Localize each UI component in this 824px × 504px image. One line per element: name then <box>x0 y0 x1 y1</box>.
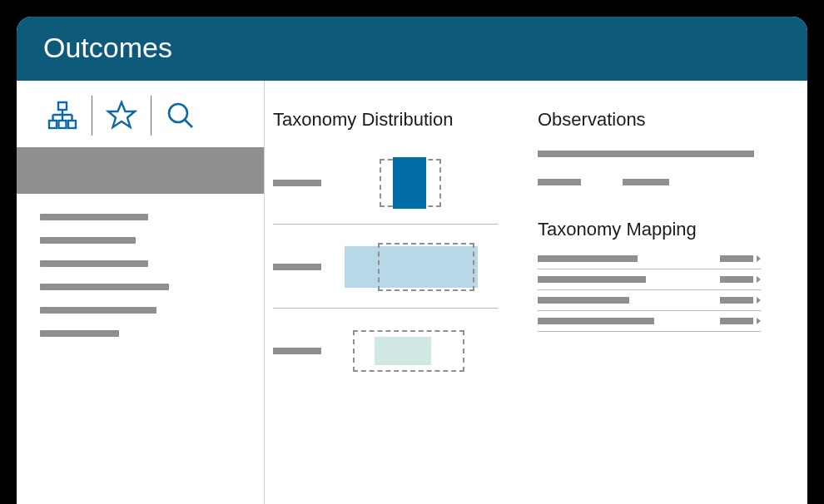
right-column: Observations Taxonomy Mapping <box>523 109 807 504</box>
observation-text-line <box>538 179 782 185</box>
list-item[interactable] <box>40 260 148 267</box>
distribution-chart <box>345 327 478 375</box>
svg-rect-1 <box>49 121 57 128</box>
main-content: Taxonomy Distribution <box>265 81 807 504</box>
divider <box>273 224 498 225</box>
sidebar-selected-item[interactable] <box>17 147 264 194</box>
bar-dark <box>393 157 426 209</box>
divider <box>273 308 498 309</box>
section-title-mapping: Taxonomy Mapping <box>538 219 782 240</box>
text-segment <box>623 179 669 185</box>
list-item[interactable] <box>40 237 136 244</box>
list-item[interactable] <box>40 307 156 314</box>
page-title: Outcomes <box>43 32 172 63</box>
titlebar: Outcomes <box>17 17 807 81</box>
svg-rect-0 <box>58 102 67 110</box>
mapping-row[interactable] <box>538 290 761 311</box>
value-bar <box>720 276 753 283</box>
mapping-row[interactable] <box>538 249 761 269</box>
section-title-observations: Observations <box>538 109 782 131</box>
bar-light <box>375 337 431 365</box>
distribution-row <box>273 235 523 304</box>
chevron-right-icon <box>757 255 761 262</box>
mapping-label <box>538 255 638 262</box>
observations-section: Observations <box>538 109 782 185</box>
value-bar <box>720 255 753 262</box>
app-window: Outcomes <box>17 17 807 504</box>
svg-rect-3 <box>68 121 76 128</box>
tab-search[interactable] <box>151 100 210 131</box>
distribution-label <box>273 348 321 354</box>
chevron-right-icon <box>757 318 761 324</box>
sidebar-tabs <box>17 81 264 147</box>
mapping-row[interactable] <box>538 311 761 332</box>
tab-hierarchy[interactable] <box>33 100 92 131</box>
sidebar <box>17 81 265 504</box>
mapping-label <box>538 297 629 304</box>
distribution-row <box>273 319 523 388</box>
distribution-label <box>273 264 321 270</box>
value-bar <box>720 297 753 304</box>
search-icon <box>165 100 196 131</box>
distribution-label <box>273 180 321 186</box>
star-icon <box>105 99 138 132</box>
section-title-distribution: Taxonomy Distribution <box>273 109 523 131</box>
distribution-row <box>273 151 523 220</box>
mapping-label <box>538 276 646 283</box>
value-bar <box>720 318 753 324</box>
svg-marker-9 <box>108 102 135 127</box>
list-item[interactable] <box>40 330 119 337</box>
list-item[interactable] <box>40 284 169 290</box>
text-segment <box>538 179 581 185</box>
taxonomy-mapping-section: Taxonomy Mapping <box>538 219 782 332</box>
sidebar-list <box>17 194 264 373</box>
hierarchy-icon <box>47 100 78 131</box>
taxonomy-distribution-section: Taxonomy Distribution <box>265 109 523 504</box>
svg-rect-2 <box>59 121 67 128</box>
mapping-value <box>720 255 761 262</box>
observation-text-line <box>538 151 754 157</box>
mapping-value <box>720 276 761 283</box>
mapping-label <box>538 318 654 324</box>
mapping-row[interactable] <box>538 269 761 290</box>
distribution-chart <box>345 159 478 207</box>
chevron-right-icon <box>757 276 761 283</box>
mapping-value <box>720 297 761 304</box>
list-item[interactable] <box>40 214 148 220</box>
app-body: Taxonomy Distribution <box>17 81 807 504</box>
svg-line-11 <box>185 120 192 127</box>
distribution-chart <box>345 243 478 291</box>
mapping-value <box>720 318 761 324</box>
tab-favorites[interactable] <box>92 99 151 132</box>
range-box <box>378 243 474 291</box>
svg-point-10 <box>169 104 187 122</box>
chevron-right-icon <box>757 297 761 304</box>
